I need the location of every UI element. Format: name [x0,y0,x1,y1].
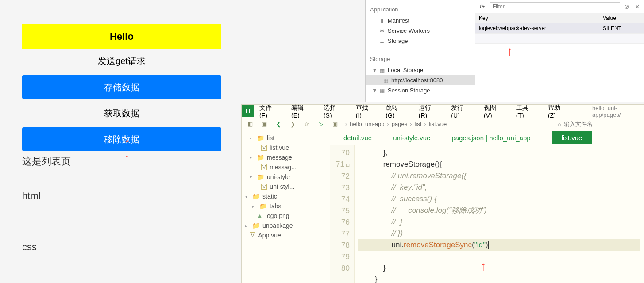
section-storage: Storage [366,53,475,65]
menu-edit[interactable]: 编辑(E) [291,104,311,119]
label: Local Storage [388,67,423,73]
sidebar-item-manifest[interactable]: ▮Manifest [366,15,475,26]
col-value[interactable]: Value [599,13,644,23]
nav-forward-icon[interactable]: ❯ [289,121,297,127]
app-icon[interactable]: ▣ [331,121,339,127]
gear-icon: ✲ [379,28,385,34]
file-search-input[interactable] [564,121,639,127]
tab-list-vue[interactable]: list.vue [552,131,592,144]
file-list-vue[interactable]: Vlist.vue [243,143,328,153]
sidebar-item-storage[interactable]: ≣Storage [366,36,475,46]
menu-view[interactable]: 视图(V) [484,104,504,119]
crumb-project[interactable]: hello_uni-app [350,121,384,127]
menu-select[interactable]: 选择(S) [324,104,343,119]
run-icon[interactable]: ▷ [317,121,325,127]
star-icon[interactable]: ☆ [303,121,311,127]
filter-input[interactable] [490,2,620,11]
crumb-file[interactable]: list.vue [429,121,447,127]
file-message-vue[interactable]: Vmessag... [243,162,328,172]
label: tabs [270,203,281,210]
btn-remove-data[interactable]: 移除数据 [22,127,221,151]
file-app-vue[interactable]: VApp.vue [243,230,328,240]
block-icon[interactable]: ⊘ [623,3,631,10]
database-icon: ≣ [379,38,385,44]
kv-value: SILENT [599,23,644,33]
file-search: ⌕ [553,121,639,127]
menu-goto[interactable]: 跳转(G) [386,104,406,119]
tree-session-storage[interactable]: ▼▦Session Storage [366,85,475,96]
code-content[interactable]: }, removeStorage(){ // uni.removeStorage… [355,145,644,283]
ide-window: H 文件(F) 编辑(E) 选择(S) 查找(I) 跳转(G) 运行(R) 发行… [241,104,644,283]
label: uni-styl... [270,183,294,190]
kv-row-empty[interactable] [475,34,644,44]
devtools-main: ⟳ ⊘ ✕ Key Value loglevel:webpack-dev-ser… [475,0,644,102]
btn-store-data[interactable]: 存储数据 [22,75,221,99]
kv-row[interactable]: loglevel:webpack-dev-server SILENT [475,23,644,34]
vue-icon: V [261,164,267,170]
file-uni-style-vue[interactable]: Vuni-styl... [243,182,328,191]
tab-uni-style-vue[interactable]: uni-style.vue [393,134,430,142]
folder-message[interactable]: ▾📁message [243,153,328,162]
folder-icon: 📁 [257,173,264,180]
label: App.vue [258,232,281,239]
grid-icon: ▦ [379,88,385,94]
label: logo.png [266,212,289,219]
menu-file[interactable]: 文件(F) [259,104,279,119]
image-icon: ▲ [257,212,263,219]
text-css: css [22,241,221,253]
nav-back-icon[interactable]: ❮ [274,121,282,127]
menu-help[interactable]: 帮助(Z) [548,104,567,119]
app-logo-icon: H [242,105,254,117]
menu-tool[interactable]: 工具(T) [516,104,536,119]
tree-localhost-8080[interactable]: ▦http://localhost:8080 [366,75,475,85]
btn-get-request[interactable]: 发送get请求 [22,49,221,73]
menu-publish[interactable]: 发行(U) [451,104,471,119]
label: Session Storage [388,87,430,94]
sidebar-item-service-workers[interactable]: ✲Service Workers [366,26,475,36]
folder-static[interactable]: ▾📁static [243,191,328,201]
close-icon[interactable]: ✕ [633,3,641,10]
refresh-button[interactable]: ⟳ [478,2,487,11]
kv-table-header: Key Value [475,13,644,23]
menu-find[interactable]: 查找(I) [356,104,374,119]
crumb-list[interactable]: list [415,121,422,127]
label: messag... [270,164,297,171]
devtools-sidebar: Application ▮Manifest ✲Service Workers ≣… [366,0,475,102]
gutter: 70 71⊟ 7273 7475 7677 7879 80 [330,145,355,283]
col-key[interactable]: Key [475,13,599,23]
label: http://localhost:8080 [391,77,443,84]
text-html: html [22,190,221,202]
toolbar: ◧ ▣ ❮ ❯ ☆ ▷ ▣ ›hello_uni-app ›pages ›lis… [242,118,644,130]
kv-key: loglevel:webpack-dev-server [475,23,599,33]
label: list [267,134,274,142]
label: message [267,154,292,161]
tree-local-storage[interactable]: ▼▦Local Storage [366,65,475,75]
folder-list[interactable]: ▾📁list [243,133,328,143]
code-editor[interactable]: 70 71⊟ 7273 7475 7677 7879 80 }, removeS… [330,145,644,283]
folder-tabs[interactable]: ▸📁tabs [243,201,328,211]
label: Storage [388,38,408,44]
label: static [262,193,277,200]
file-icon: ▮ [379,18,385,24]
folder-uni-style[interactable]: ▾📁uni-style [243,172,328,182]
crumb-pages[interactable]: pages [392,121,407,127]
search-icon: ⌕ [558,121,561,127]
menu-run[interactable]: 运行(R) [419,104,439,119]
vue-icon: V [250,232,255,238]
tab-pages-json[interactable]: pages.json | hello_uni_app [451,134,530,142]
folder-unpackage[interactable]: ▸📁unpackage [243,221,328,230]
menubar: 文件(F) 编辑(E) 选择(S) 查找(I) 跳转(G) 运行(R) 发行(U… [242,105,644,118]
file-logo-png[interactable]: ▲logo.png [243,211,328,221]
section-application: Application [366,4,475,15]
vue-icon: V [261,184,267,190]
tab-detail-vue[interactable]: detail.vue [343,134,372,142]
folder-icon: 📁 [259,203,267,210]
save-icon[interactable]: ▣ [260,121,268,127]
text-list-page: 这是列表页 [22,155,221,168]
editor-tabs: detail.vue uni-style.vue pages.json | he… [330,130,644,145]
panel-icon[interactable]: ◧ [246,121,254,127]
editor-pane: detail.vue uni-style.vue pages.json | he… [330,130,644,283]
label: Service Workers [388,27,430,34]
breadcrumb: ›hello_uni-app ›pages ›list ›list.vue [345,121,447,127]
btn-fetch-data[interactable]: 获取数据 [22,101,221,125]
